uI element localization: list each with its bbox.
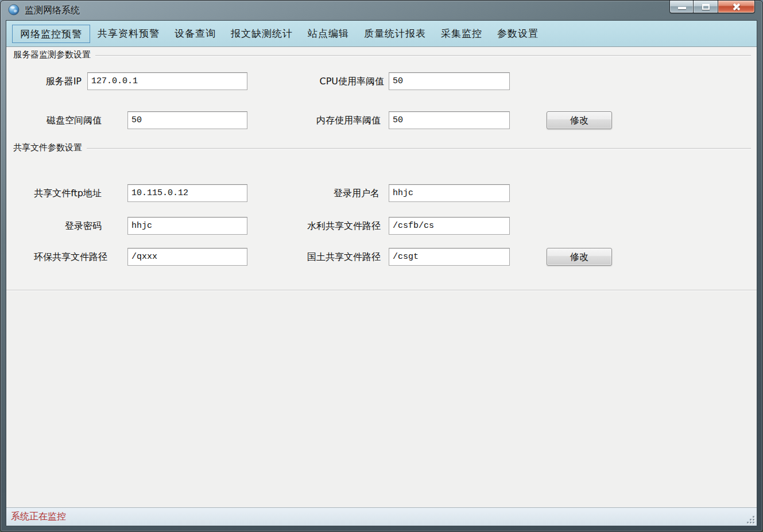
water-share-path-input[interactable] <box>389 217 510 235</box>
env-share-path-input[interactable] <box>127 248 247 266</box>
server-modify-button[interactable]: 修改 <box>547 111 612 129</box>
globe-icon <box>8 4 20 15</box>
maximize-button[interactable] <box>694 1 718 13</box>
tab-network-monitor-warning[interactable]: 网络监控预警 <box>12 25 90 43</box>
maximize-icon <box>702 4 710 10</box>
field-label-server-ip: 服务器IP <box>6 72 82 90</box>
minimize-icon <box>678 7 686 9</box>
ftp-address-input[interactable] <box>127 184 247 202</box>
tab-share-data-warning[interactable]: 共享资料预警 <box>90 25 167 43</box>
tab-device-query[interactable]: 设备查询 <box>167 25 223 43</box>
server-group-title: 服务器监测参数设置 <box>13 49 95 60</box>
server-group-header: 服务器监测参数设置 <box>13 49 751 60</box>
window-controls <box>669 1 755 14</box>
tab-quality-report[interactable]: 质量统计报表 <box>357 25 433 43</box>
share-group-title: 共享文件参数设置 <box>13 142 87 153</box>
field-label-water-share-path: 水利共享文件路径 <box>247 217 381 235</box>
title-bar[interactable]: 监测网络系统 <box>1 1 762 20</box>
login-password-input[interactable] <box>127 217 247 235</box>
status-bar: 系统正在监控 <box>6 507 757 526</box>
share-group-header: 共享文件参数设置 <box>13 142 751 153</box>
empty-panel <box>6 291 757 507</box>
close-button[interactable] <box>718 1 755 13</box>
tab-bar: 网络监控预警 共享资料预警 设备查询 报文缺测统计 站点编辑 质量统计报表 采集… <box>6 21 757 47</box>
app-window: 监测网络系统 网络监控预警 共享资料预警 设备查询 报文缺测统计 站点编辑 质量… <box>0 0 763 532</box>
group-divider-line <box>95 55 751 56</box>
tab-collect-monitor[interactable]: 采集监控 <box>433 25 490 43</box>
field-label-env-share-path: 环保共享文件路径 <box>6 248 107 266</box>
field-label-memory-threshold: 内存使用率阈值 <box>247 111 381 129</box>
field-label-cpu-threshold: CPU使用率阈值 <box>247 72 384 90</box>
login-username-input[interactable] <box>389 184 510 202</box>
tab-param-settings[interactable]: 参数设置 <box>490 25 546 43</box>
client-area: 网络监控预警 共享资料预警 设备查询 报文缺测统计 站点编辑 质量统计报表 采集… <box>6 20 757 526</box>
field-label-ftp-address: 共享文件ftp地址 <box>6 184 102 202</box>
tab-site-edit[interactable]: 站点编辑 <box>300 25 357 43</box>
close-icon <box>732 2 741 11</box>
cpu-threshold-input[interactable] <box>389 72 510 90</box>
content-area: 服务器监测参数设置 服务器IP CPU使用率阈值 磁盘空间阈值 内存使用率阈值 … <box>6 47 757 507</box>
minimize-button[interactable] <box>669 1 694 13</box>
share-modify-button[interactable]: 修改 <box>547 248 612 266</box>
field-label-land-share-path: 国土共享文件路径 <box>247 248 381 266</box>
group-divider-line <box>87 148 751 149</box>
window-title: 监测网络系统 <box>25 5 80 17</box>
resize-grip-icon[interactable] <box>747 516 755 524</box>
field-label-disk-threshold: 磁盘空间阈值 <box>6 111 102 129</box>
tab-message-missing-stats[interactable]: 报文缺测统计 <box>223 25 300 43</box>
settings-panel: 服务器监测参数设置 服务器IP CPU使用率阈值 磁盘空间阈值 内存使用率阈值 … <box>6 48 757 290</box>
memory-threshold-input[interactable] <box>389 111 510 129</box>
field-label-login-username: 登录用户名 <box>247 184 379 202</box>
disk-threshold-input[interactable] <box>127 111 247 129</box>
server-ip-input[interactable] <box>87 72 247 90</box>
field-label-login-password: 登录密码 <box>6 217 102 235</box>
status-text: 系统正在监控 <box>11 511 66 523</box>
land-share-path-input[interactable] <box>389 248 510 266</box>
